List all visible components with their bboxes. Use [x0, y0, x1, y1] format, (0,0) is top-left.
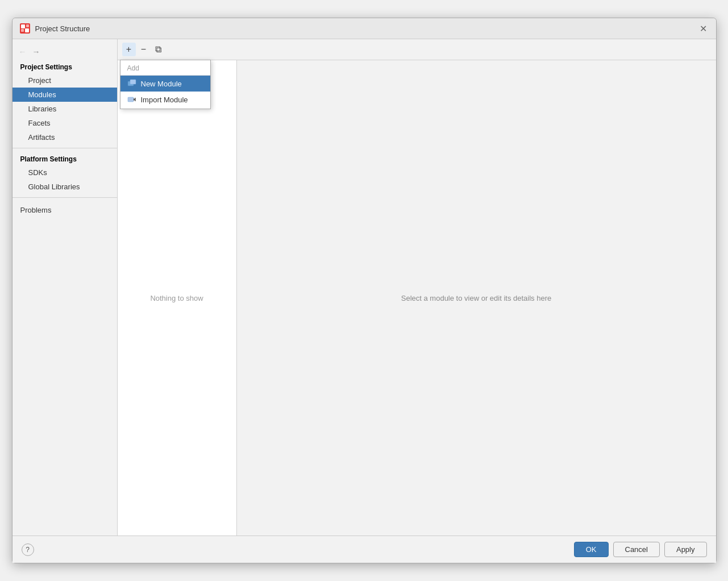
sidebar-divider: [13, 148, 117, 148]
toolbar: + − ⧉ Add New Module: [118, 39, 716, 60]
details-panel: Select a module to view or edit its deta…: [237, 60, 716, 536]
add-button[interactable]: +: [122, 43, 136, 56]
dropdown-header: Add: [120, 61, 210, 76]
platform-settings-header: Platform Settings: [13, 152, 117, 165]
project-settings-header: Project Settings: [13, 60, 117, 73]
sidebar-item-problems[interactable]: Problems: [13, 201, 117, 217]
sidebar-item-project[interactable]: Project: [13, 73, 117, 88]
svg-rect-4: [26, 24, 29, 27]
add-dropdown-menu: Add New Module: [120, 60, 211, 109]
ok-button[interactable]: OK: [574, 542, 609, 557]
import-module-menu-item[interactable]: Import Module: [120, 92, 210, 107]
svg-rect-1: [21, 24, 25, 28]
dialog-body: ← → Project Settings Project Modules Lib…: [13, 39, 716, 536]
sidebar-item-sdks[interactable]: SDKs: [13, 165, 117, 180]
project-structure-dialog: Project Structure ✕ ← → Project Settings…: [12, 18, 717, 563]
content-panels: Nothing to show Select a module to view …: [118, 60, 716, 536]
main-content: + − ⧉ Add New Module: [118, 39, 716, 536]
help-button[interactable]: ?: [22, 543, 34, 556]
remove-button[interactable]: −: [137, 43, 151, 56]
import-module-label: Import Module: [141, 96, 188, 104]
modules-panel: Nothing to show: [118, 60, 237, 536]
back-arrow[interactable]: ←: [17, 46, 28, 57]
dialog-footer: ? OK Cancel Apply: [13, 536, 716, 563]
sidebar-item-modules[interactable]: Modules: [13, 88, 117, 102]
copy-button[interactable]: ⧉: [152, 43, 165, 56]
new-module-label: New Module: [141, 80, 182, 88]
sidebar-divider-2: [13, 197, 117, 198]
svg-rect-6: [130, 80, 136, 84]
svg-rect-2: [25, 28, 29, 32]
sidebar-item-global-libraries[interactable]: Global Libraries: [13, 180, 117, 194]
cancel-button[interactable]: Cancel: [613, 542, 660, 557]
nothing-to-show-text: Nothing to show: [150, 294, 203, 302]
app-icon: [19, 23, 31, 34]
apply-button[interactable]: Apply: [664, 542, 707, 557]
sidebar-item-facets[interactable]: Facets: [13, 116, 117, 130]
nav-arrows: ← →: [13, 44, 117, 60]
title-bar: Project Structure ✕: [13, 18, 716, 39]
dialog-title: Project Structure: [35, 24, 698, 33]
app-icon-svg: [20, 23, 30, 34]
footer-left: ?: [22, 543, 34, 556]
footer-right: OK Cancel Apply: [574, 542, 707, 557]
new-module-icon: [127, 79, 136, 88]
sidebar-item-artifacts[interactable]: Artifacts: [13, 130, 117, 144]
svg-rect-7: [128, 97, 134, 102]
new-module-menu-item[interactable]: New Module: [120, 76, 210, 92]
close-button[interactable]: ✕: [698, 23, 709, 34]
forward-arrow[interactable]: →: [31, 46, 42, 57]
sidebar: ← → Project Settings Project Modules Lib…: [13, 39, 118, 536]
details-placeholder: Select a module to view or edit its deta…: [401, 294, 551, 302]
sidebar-item-libraries[interactable]: Libraries: [13, 102, 117, 116]
svg-rect-3: [21, 29, 24, 32]
import-module-icon: [127, 95, 136, 104]
